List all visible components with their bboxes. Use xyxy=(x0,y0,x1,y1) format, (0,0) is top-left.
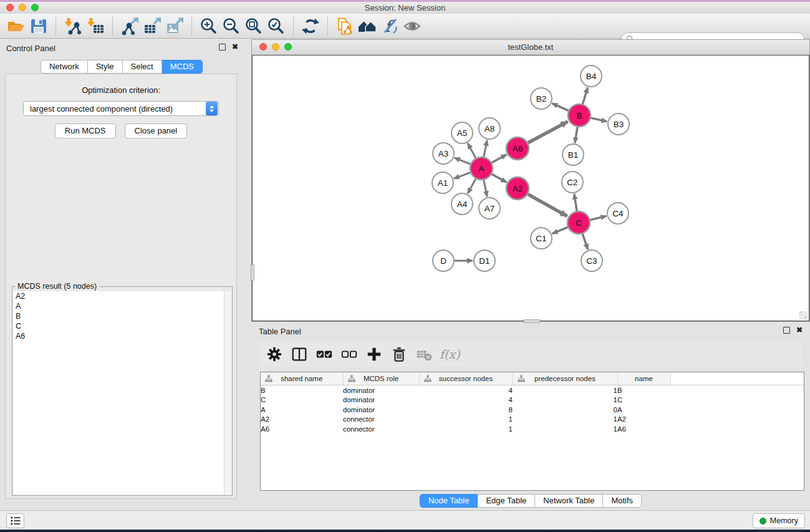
float-panel-icon[interactable] xyxy=(219,44,226,51)
close-panel-icon[interactable]: ✖ xyxy=(232,44,238,51)
duplicate-network-icon[interactable] xyxy=(334,16,356,36)
close-panel-icon[interactable]: ✖ xyxy=(796,327,803,334)
network-graph: AA1A2A3A4A5A6A7A8BB1B2B3B4CC1C2C3C4DD1 xyxy=(253,56,810,322)
graph-edge-A-A1[interactable] xyxy=(454,173,470,179)
graph-node-label: B1 xyxy=(568,150,579,160)
tab-network[interactable]: Network xyxy=(41,60,88,74)
table-row[interactable]: A2connector11A2 xyxy=(261,415,804,425)
first-neighbors-icon[interactable] xyxy=(356,16,378,36)
graph-edge-C-C2[interactable] xyxy=(574,194,577,211)
add-row-icon[interactable] xyxy=(364,344,385,364)
optimization-criterion-select[interactable]: largest connected component (directed) xyxy=(23,101,219,116)
zoom-out-icon[interactable] xyxy=(220,16,243,36)
table-row[interactable]: Bdominator41B xyxy=(261,385,804,395)
list-item[interactable]: C xyxy=(13,321,231,331)
result-scrollbar[interactable] xyxy=(224,291,231,495)
list-item[interactable]: A xyxy=(13,301,231,311)
graph-edge-A-A7[interactable] xyxy=(484,180,487,197)
show-columns-icon[interactable] xyxy=(289,344,310,364)
tab-network-table[interactable]: Network Table xyxy=(535,494,603,508)
save-session-icon[interactable] xyxy=(27,16,50,36)
graph-edge-A-A2[interactable] xyxy=(492,174,507,182)
select-all-icon[interactable] xyxy=(314,344,335,364)
table-row[interactable]: A6connector11A6 xyxy=(261,424,804,434)
tab-mcds[interactable]: MCDS xyxy=(162,60,203,74)
graph-edge-A-A4[interactable] xyxy=(468,179,476,194)
column-header-successor-nodes[interactable]: successor nodes xyxy=(419,372,513,385)
hierarchy-icon xyxy=(265,375,272,382)
graph-edge-C-C3[interactable] xyxy=(582,234,588,249)
tab-node-table[interactable]: Node Table xyxy=(420,494,478,508)
network-canvas[interactable]: AA1A2A3A4A5A6A7A8BB1B2B3B4CC1C2C3C4DD1 xyxy=(252,55,809,321)
app-title: Session: New Session xyxy=(0,2,810,14)
import-network-icon[interactable] xyxy=(62,16,84,36)
import-table-icon[interactable] xyxy=(84,16,107,36)
column-header-mcds-role[interactable]: MCDS role xyxy=(343,372,419,385)
graph-edge-A-A3[interactable] xyxy=(455,158,471,164)
float-panel-icon[interactable] xyxy=(783,327,790,334)
memory-status-icon xyxy=(759,518,766,525)
close-network-button[interactable] xyxy=(259,43,267,51)
hide-function-icon[interactable]: f xyxy=(378,16,401,36)
show-hide-icon[interactable] xyxy=(401,16,423,36)
zoom-selected-icon[interactable] xyxy=(265,16,287,36)
run-mcds-button[interactable]: Run MCDS xyxy=(55,123,116,138)
zoom-in-icon[interactable] xyxy=(198,16,220,36)
minimize-network-button[interactable] xyxy=(272,43,279,51)
delete-row-icon[interactable] xyxy=(388,344,410,364)
minimize-window-button[interactable] xyxy=(19,4,26,11)
graph-edge-A-A5[interactable] xyxy=(468,143,476,158)
list-item[interactable]: A6 xyxy=(13,331,231,341)
graph-edge-C-C4[interactable] xyxy=(590,216,606,220)
table-toolbar: f(x) xyxy=(259,342,803,367)
desktop-edge xyxy=(0,530,810,532)
graph-edge-B-B1[interactable] xyxy=(575,127,577,143)
column-header-predecessor-nodes[interactable]: predecessor nodes xyxy=(513,372,617,385)
tab-style[interactable]: Style xyxy=(88,60,123,74)
zoom-fit-icon[interactable] xyxy=(243,16,265,36)
task-history-button[interactable] xyxy=(6,513,24,528)
graph-node-label: A8 xyxy=(485,124,495,133)
tab-motifs[interactable]: Motifs xyxy=(603,494,642,508)
export-image-icon[interactable] xyxy=(163,16,186,36)
memory-button[interactable]: Memory xyxy=(753,513,805,528)
resize-grip[interactable] xyxy=(799,311,808,319)
table-panel-header: Table Panel ✖ xyxy=(251,322,810,339)
graph-edge-C-C1[interactable] xyxy=(552,227,568,233)
column-header-shared-name[interactable]: shared name xyxy=(261,372,343,385)
export-network-icon[interactable] xyxy=(118,16,141,36)
vertical-splitter-handle[interactable] xyxy=(251,264,254,281)
table-row[interactable]: Adominator80A xyxy=(261,405,804,415)
table-row[interactable]: Cdominator41C xyxy=(261,395,804,405)
graph-edge-A-A6[interactable] xyxy=(492,155,507,163)
list-item[interactable]: B xyxy=(13,311,231,321)
graph-edge-B-B2[interactable] xyxy=(552,104,568,111)
network-window-title: testGlobe.txt xyxy=(252,40,809,55)
graph-node-label: A5 xyxy=(457,128,468,138)
open-folder-icon[interactable] xyxy=(5,16,27,36)
settings-gear-icon[interactable] xyxy=(264,344,285,364)
graph-node-label: B4 xyxy=(586,72,597,81)
graph-edge-B-B4[interactable] xyxy=(582,87,587,104)
control-panel-header: Control Panel ✖ xyxy=(0,39,243,56)
graph-edge-A2-C[interactable] xyxy=(528,194,567,216)
column-header-name[interactable]: name xyxy=(617,372,670,385)
function-builder-icon: f(x) xyxy=(440,347,460,361)
tab-edge-table[interactable]: Edge Table xyxy=(478,494,535,508)
close-window-button[interactable] xyxy=(6,4,14,11)
mcds-result-title: MCDS result (5 nodes) xyxy=(16,282,99,291)
graph-edge-A-A8[interactable] xyxy=(484,140,487,157)
toolbar-separator xyxy=(55,17,56,36)
maximize-network-button[interactable] xyxy=(284,43,292,51)
refresh-layout-icon[interactable] xyxy=(299,16,322,36)
maximize-window-button[interactable] xyxy=(31,4,39,11)
list-item[interactable]: A2 xyxy=(13,291,231,301)
deselect-all-icon[interactable] xyxy=(339,344,360,364)
network-window-titlebar: testGlobe.txt xyxy=(252,40,809,56)
close-panel-button[interactable]: Close panel xyxy=(125,123,188,138)
export-table-icon[interactable] xyxy=(141,16,163,36)
graph-edge-A6-B[interactable] xyxy=(528,122,568,143)
tab-select[interactable]: Select xyxy=(123,60,162,74)
graph-node-label: D1 xyxy=(479,256,489,266)
graph-edge-B-B3[interactable] xyxy=(591,118,607,122)
